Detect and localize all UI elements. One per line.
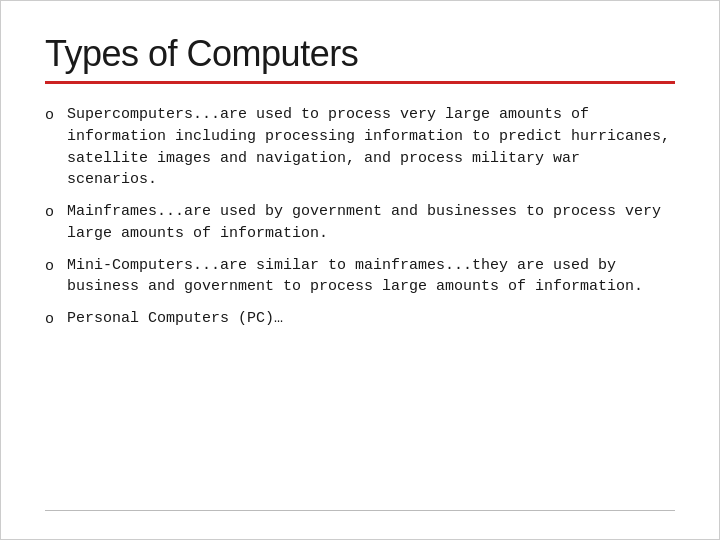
- slide-title: Types of Computers: [45, 33, 675, 75]
- bullet-marker-4: o: [45, 308, 67, 331]
- list-item: o Personal Computers (PC)…: [45, 308, 675, 331]
- slide: Types of Computers o Supercomputers...ar…: [0, 0, 720, 540]
- list-item: o Supercomputers...are used to process v…: [45, 104, 675, 191]
- bullet-marker-1: o: [45, 104, 67, 127]
- bottom-divider: [45, 510, 675, 511]
- list-item: o Mainframes...are used by government an…: [45, 201, 675, 245]
- bullet-marker-3: o: [45, 255, 67, 278]
- bullet-text-2: Mainframes...are used by government and …: [67, 201, 675, 245]
- title-underline: [45, 81, 675, 84]
- bullet-text-1: Supercomputers...are used to process ver…: [67, 104, 675, 191]
- bullet-list: o Supercomputers...are used to process v…: [45, 104, 675, 510]
- bullet-text-4: Personal Computers (PC)…: [67, 308, 675, 330]
- bullet-text-3: Mini-Computers...are similar to mainfram…: [67, 255, 675, 299]
- bullet-marker-2: o: [45, 201, 67, 224]
- list-item: o Mini-Computers...are similar to mainfr…: [45, 255, 675, 299]
- title-section: Types of Computers: [45, 33, 675, 98]
